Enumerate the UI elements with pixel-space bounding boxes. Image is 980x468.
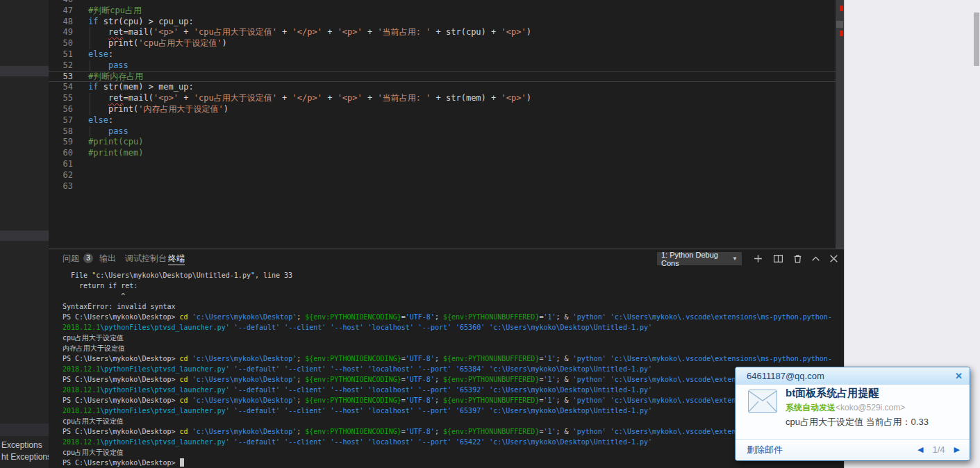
editor-lines: 4647#判断cpu占用48if str(cpu) > cpu_up:49 re… [49,0,836,192]
code-line[interactable]: 63 [49,181,836,192]
code-line[interactable]: 62 [49,170,836,181]
problems-count-badge: 3 [83,253,93,263]
tab-problems-label: 问题 [63,253,79,263]
terminal-line: PS C:\Users\mykoko\Desktop> [63,458,836,468]
code-line[interactable]: 52 pass [49,60,836,72]
line-number: 59 [49,137,73,148]
terminal-line: 2018.12.1\pythonFiles\ptvsd_launcher.py'… [63,364,836,374]
line-number: 57 [49,115,73,126]
line-number: 62 [49,170,73,181]
terminal-line: PS C:\Users\mykoko\Desktop> cd 'c:\Users… [63,312,836,322]
code-line[interactable]: 53#判断内存占用 [49,72,836,83]
tab-terminal[interactable]: 终端 [168,249,185,268]
terminal-line: PS C:\Users\mykoko\Desktop> cd 'c:\Users… [63,374,836,385]
sender-address: <koko@529i.com> [836,403,905,412]
terminal-line: ^ [63,291,836,301]
mail-pager: ◀ 1/4 ▶ [917,444,960,455]
popup-header: 64611187@qq.com ✕ [736,367,970,385]
popup-body: bt面板系统占用提醒 系统自动发送<koko@529i.com> cpu占用大于… [736,385,970,439]
error-marker [840,31,843,36]
code-line[interactable]: 59#print(cpu) [49,137,836,148]
indent-guide [90,27,90,38]
editor-scrollbar[interactable] [836,0,844,249]
code-line[interactable]: 51else: [49,49,836,60]
line-number: 60 [49,148,73,159]
code-line[interactable]: 54if str(mem) > mem_up: [49,82,836,93]
line-number: 58 [49,126,73,137]
popup-footer: 删除邮件 ◀ 1/4 ▶ [736,439,970,460]
mail-preview-text: cpu占用大于设定值 当前占用：0.33 [786,416,929,428]
terminal-selector-dropdown[interactable]: 1: Python Debug Cons ▼ [657,252,742,265]
close-panel-button[interactable] [829,253,839,264]
code-line[interactable]: 57else: [49,115,836,126]
close-icon[interactable]: ✕ [955,371,963,381]
mail-page-indicator: 1/4 [932,444,945,455]
terminal-cursor [180,458,184,467]
sidebar-item-exceptions[interactable]: Exceptions [1,440,42,450]
bottom-panel: 问题3 输出 调试控制台 终端 1: Python Debug Cons ▼ F… [49,249,844,468]
code-line[interactable]: 46 [49,0,836,6]
code-line[interactable]: 48if str(cpu) > cpu_up: [49,17,836,28]
tab-debug-console[interactable]: 调试控制台 [125,249,167,268]
terminal-line: cpu占用大于设定值 [63,333,836,343]
line-number: 49 [49,27,73,38]
code-line[interactable]: 50 print('cpu占用大于设定值') [49,38,836,49]
scrollbar-thumb[interactable] [836,21,843,28]
tab-output[interactable]: 输出 [99,249,116,268]
line-number: 61 [49,159,73,170]
code-line[interactable]: 47#判断cpu占用 [49,6,836,17]
indent-guide [90,126,90,137]
terminal-line: 2018.12.1\pythonFiles\ptvsd_launcher.py'… [63,406,836,416]
line-number: 50 [49,38,73,49]
mail-envelope-icon [748,390,777,416]
line-number: 52 [49,60,73,72]
window-scrollbar-thumb[interactable] [974,12,979,66]
code-line[interactable]: 58 pass [49,126,836,137]
terminal-line: 2018.12.1\pythonFiles\ptvsd_launcher.py'… [63,322,836,333]
mail-subject[interactable]: bt面板系统占用提醒 [786,387,879,400]
terminal-line: SyntaxError: invalid syntax [63,301,836,312]
terminal-selector-value: 1: Python Debug Cons [661,251,732,267]
terminal-line: 内存占用大于设定值 [63,343,836,353]
kill-terminal-button[interactable] [792,253,803,264]
code-line[interactable]: 61 [49,159,836,170]
sidebar-highlight-row[interactable] [0,231,49,241]
code-line[interactable]: 60#print(mem) [49,148,836,159]
terminal-line: 2018.12.1\pythonFiles\ptvsd_launcher.py'… [63,437,836,447]
line-number: 51 [49,49,73,60]
code-line[interactable]: 55 ret=mail('<p>' + 'cpu占用大于设定值' + '</p>… [49,93,836,104]
new-terminal-button[interactable] [753,253,763,264]
mail-sender: 系统自动发送<koko@529i.com> [786,402,905,414]
indent-guide [90,104,90,115]
popup-account: 64611187@qq.com [747,371,955,381]
code-line[interactable]: 49 ret=mail('<p>' + 'cpu占用大于设定值' + '</p>… [49,27,836,38]
terminal-output[interactable]: File "c:\Users\mykoko\Desktop\Untitled-1… [49,270,836,468]
line-number: 53 [49,72,73,83]
line-number: 47 [49,6,73,17]
terminal-line: File "c:\Users\mykoko\Desktop\Untitled-1… [63,270,836,281]
indent-guide [90,60,90,72]
error-marker [840,6,843,11]
terminal-line: cpu占用大于设定值 [63,447,836,458]
delete-mail-link[interactable]: 删除邮件 [747,444,917,456]
terminal-line: PS C:\Users\mykoko\Desktop> cd 'c:\Users… [63,426,836,437]
line-number: 48 [49,17,73,28]
code-line[interactable]: 56 print('内存占用大于设定值') [49,104,836,115]
tab-problems[interactable]: 问题3 [63,249,93,268]
terminal-line: PS C:\Users\mykoko\Desktop> cd 'c:\Users… [63,353,836,364]
code-editor[interactable]: 4647#判断cpu占用48if str(cpu) > cpu_up:49 re… [49,0,836,249]
indent-guide [90,38,90,49]
maximize-panel-button[interactable] [811,253,821,264]
terminal-line: cpu占用大于设定值 [63,416,836,426]
indent-guide [90,93,90,104]
split-terminal-button[interactable] [773,253,783,264]
sidebar-item-uncaught-exceptions[interactable]: ht Exceptions [1,452,51,462]
sender-label: 系统自动发送 [786,403,836,412]
prev-mail-icon[interactable]: ◀ [917,445,923,454]
line-number: 46 [49,0,73,6]
sidebar-highlight-row[interactable] [0,66,49,76]
line-number: 56 [49,104,73,115]
next-mail-icon[interactable]: ▶ [954,445,960,454]
terminal-line: return if ret: [63,281,836,291]
sidebar: Exceptions ht Exceptions [0,0,49,468]
